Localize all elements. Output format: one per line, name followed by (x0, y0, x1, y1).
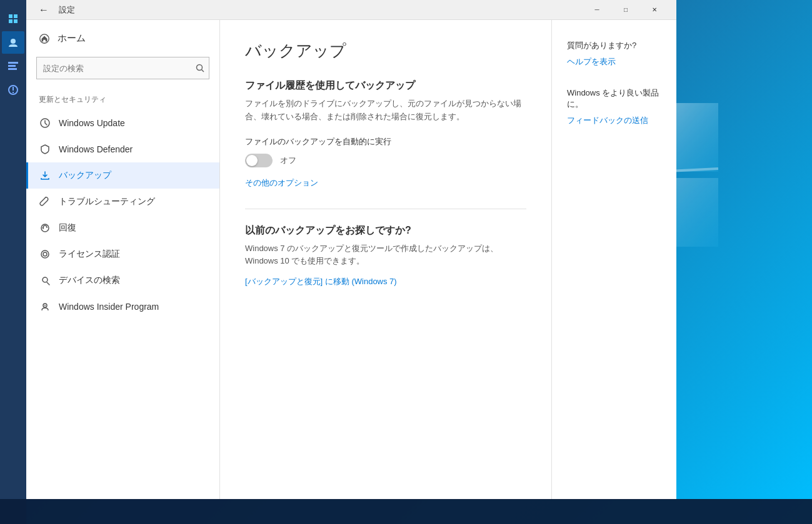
more-options-link[interactable]: その他のオプション (245, 177, 526, 189)
svg-point-25 (43, 277, 48, 282)
svg-rect-13 (8, 68, 17, 70)
shield-icon (39, 143, 51, 156)
recovery-icon (39, 222, 51, 234)
find-backup-description: Windows 7 のバックアップと復元ツールで作成したバックアップは、Wind… (245, 242, 526, 269)
sidebar-item-recovery[interactable]: 回復 (26, 215, 219, 241)
taskbar-bottom (0, 499, 812, 524)
right-panel: 質問がありますか? ヘルプを表示 Windows をより良い製品に。 フィードバ… (551, 20, 676, 500)
maximize-button[interactable]: □ (611, 0, 640, 20)
sidebar-item-windows-update[interactable]: Windows Update (26, 110, 219, 136)
auto-backup-label: ファイルのバックアップを自動的に実行 (245, 136, 526, 147)
svg-rect-12 (8, 65, 16, 67)
sidebar-item-activation[interactable]: ライセンス認証 (26, 241, 219, 267)
update-icon (39, 117, 51, 129)
find-device-label: デバイスの検索 (59, 275, 120, 286)
help-link[interactable]: ヘルプを表示 (567, 56, 661, 67)
section-divider (245, 209, 526, 209)
feedback-text: Windows をより良い製品に。 (567, 87, 661, 110)
auto-backup-toggle[interactable] (245, 154, 273, 167)
svg-point-10 (11, 39, 16, 44)
svg-line-19 (202, 70, 204, 72)
windows-update-label: Windows Update (59, 118, 125, 128)
title-bar: ← 設定 ─ □ ✕ (26, 0, 676, 20)
svg-point-28 (44, 305, 46, 306)
search-button[interactable] (196, 64, 204, 72)
svg-point-24 (43, 252, 47, 256)
backup-icon (39, 169, 51, 182)
minimize-button[interactable]: ─ (583, 0, 611, 20)
home-label: ホーム (58, 32, 86, 44)
recovery-label: 回復 (59, 222, 76, 234)
sidebar-item-find-device[interactable]: デバイスの検索 (26, 267, 219, 294)
strip-icon-3[interactable] (2, 55, 24, 77)
window-title: 設定 (59, 4, 75, 16)
strip-icon-1[interactable] (2, 7, 24, 30)
file-history-title: ファイル履歴を使用してバックアップ (245, 79, 526, 92)
backup-label: バックアップ (59, 170, 111, 181)
toggle-state-text: オフ (280, 155, 296, 166)
back-button[interactable]: ← (34, 0, 54, 20)
sidebar-item-troubleshoot[interactable]: トラブルシューティング (26, 189, 219, 215)
home-button[interactable]: ホーム (26, 25, 219, 52)
backup-restore-link[interactable]: [バックアップと復元] に移動 (Windows 7) (245, 277, 397, 286)
settings-window: ← 設定 ─ □ ✕ ホーム (26, 0, 676, 500)
file-history-description: ファイルを別のドライブにバックアップし、元のファイルが見つからない場合、壊れてい… (245, 97, 526, 124)
insider-icon (39, 300, 51, 313)
main-content: バックアップ ファイル履歴を使用してバックアップ ファイルを別のドライブにバック… (220, 20, 551, 500)
insider-label: Windows Insider Program (59, 302, 159, 312)
search-icon (196, 64, 204, 72)
find-backup-title: 以前のバックアップをお探しですか? (245, 224, 526, 237)
help-question: 質問がありますか? (567, 40, 661, 51)
file-history-section: ファイル履歴を使用してバックアップ ファイルを別のドライブにバックアップし、元の… (245, 79, 526, 189)
window-body: ホーム 更新とセキュリティ Windows Update (26, 20, 676, 500)
taskbar-strip (0, 0, 26, 524)
svg-line-26 (47, 282, 49, 285)
svg-rect-15 (13, 87, 14, 91)
title-bar-controls: ─ □ ✕ (583, 0, 669, 20)
feedback-link[interactable]: フィードバックの送信 (567, 115, 661, 126)
windows-defender-label: Windows Defender (59, 144, 133, 154)
sidebar-item-insider[interactable]: Windows Insider Program (26, 294, 219, 320)
close-button[interactable]: ✕ (640, 0, 669, 20)
sidebar-item-backup[interactable]: バックアップ (26, 162, 219, 189)
troubleshoot-label: トラブルシューティング (59, 196, 155, 207)
search-input[interactable] (36, 57, 209, 79)
svg-rect-8 (9, 19, 13, 23)
sidebar-item-windows-defender[interactable]: Windows Defender (26, 136, 219, 162)
home-icon (39, 33, 50, 44)
toggle-knob (246, 155, 258, 166)
svg-point-23 (41, 250, 49, 258)
page-title: バックアップ (245, 40, 526, 62)
activation-label: ライセンス認証 (59, 249, 120, 260)
search-box (36, 57, 209, 79)
svg-rect-9 (14, 19, 18, 23)
svg-point-18 (197, 65, 203, 71)
strip-icon-2[interactable] (2, 31, 24, 54)
svg-rect-7 (14, 14, 18, 18)
activation-icon (39, 248, 51, 260)
svg-rect-16 (13, 92, 14, 93)
sidebar: ホーム 更新とセキュリティ Windows Update (26, 20, 220, 500)
toggle-row: オフ (245, 154, 526, 167)
svg-rect-11 (8, 62, 18, 64)
strip-icon-4[interactable] (2, 79, 24, 101)
wrench-icon (39, 195, 51, 208)
find-device-icon (39, 274, 51, 287)
svg-rect-6 (9, 14, 13, 18)
section-label: 更新とセキュリティ (26, 84, 219, 110)
find-backup-section: 以前のバックアップをお探しですか? Windows 7 のバックアップと復元ツー… (245, 224, 526, 288)
